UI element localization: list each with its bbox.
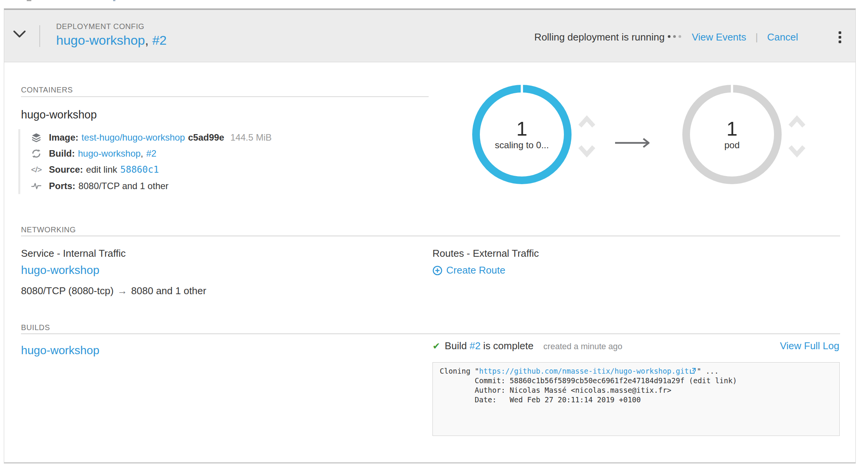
created-timestamp: created a minute ago bbox=[543, 342, 622, 352]
source-label: Source: bbox=[49, 164, 83, 175]
log-text: " ... bbox=[697, 367, 719, 375]
chevron-up-icon bbox=[578, 115, 596, 129]
build-status-row: ✔ Build #2 is complete created a minute … bbox=[432, 340, 839, 352]
build-separator: , bbox=[141, 148, 143, 159]
log-line: Cloning "https://github.com/nmasse-itix/… bbox=[440, 366, 832, 376]
chevron-down-icon bbox=[578, 144, 596, 157]
chevron-down-icon bbox=[788, 144, 806, 157]
build-row: Build: hugo-workshop, #2 bbox=[31, 147, 156, 160]
section-label-containers: CONTAINERS bbox=[21, 86, 73, 94]
rollout-status-text: Rolling deployment is running bbox=[534, 31, 665, 43]
log-url-text: https://github.com/nmasse-itix/hugo-work… bbox=[479, 367, 689, 375]
create-route-link[interactable]: Create Route bbox=[432, 264, 505, 276]
log-line: Date: Wed Feb 27 20:11:14 2019 +0100 bbox=[440, 395, 832, 405]
donut-notch bbox=[731, 84, 733, 93]
source-commit-link[interactable]: 58860c1 bbox=[120, 164, 159, 175]
deployment-config-page: DEPLOYMENT CONFIG hugo-workshop, #2 Roll… bbox=[0, 0, 868, 473]
scaling-donut: 1 scaling to 0... bbox=[472, 85, 572, 184]
create-route-label: Create Route bbox=[446, 264, 505, 276]
header-divider bbox=[39, 25, 40, 47]
image-size: 144.5 MiB bbox=[230, 132, 272, 143]
pod-donut: 1 pod bbox=[682, 85, 782, 184]
build-status-prefix: Build bbox=[445, 340, 467, 352]
ports-value: 8080/TCP and 1 other bbox=[78, 181, 168, 191]
scale-down-button[interactable] bbox=[788, 144, 806, 157]
pod-label: pod bbox=[724, 140, 740, 151]
scaling-label: scaling to 0... bbox=[495, 140, 549, 151]
kebab-menu-button[interactable] bbox=[836, 30, 844, 45]
section-label-builds: BUILDS bbox=[21, 323, 50, 332]
scale-up-button[interactable] bbox=[578, 115, 596, 129]
service-ports: 8080/TCP (8080-tcp) bbox=[21, 285, 113, 296]
view-events-link[interactable]: View Events bbox=[692, 31, 747, 43]
collapse-toggle[interactable] bbox=[13, 30, 26, 38]
log-line: Commit: 58860c1b56f5899cb50ec6961f2e4718… bbox=[440, 376, 832, 386]
build-link[interactable]: hugo-workshop bbox=[78, 148, 141, 159]
loading-dots-icon bbox=[668, 35, 681, 40]
service-link[interactable]: hugo-workshop bbox=[21, 264, 99, 277]
ports-row: Ports: 8080/TCP and 1 other bbox=[31, 180, 168, 192]
service-ports-line: 8080/TCP (8080-tcp)→8080 and 1 other bbox=[21, 285, 206, 297]
deployment-title: hugo-workshop, #2 bbox=[56, 33, 167, 48]
cancel-link[interactable]: Cancel bbox=[767, 31, 798, 43]
log-text: Cloning " bbox=[440, 367, 479, 375]
image-link[interactable]: test-hugo/hugo-workshop bbox=[81, 132, 185, 143]
service-title: Service - Internal Traffic bbox=[21, 248, 126, 259]
refresh-icon bbox=[31, 149, 42, 158]
transition-arrow-icon bbox=[614, 138, 653, 150]
build-number-link[interactable]: #2 bbox=[146, 148, 157, 159]
section-label-networking: NETWORKING bbox=[21, 225, 76, 234]
view-full-log-link[interactable]: View Full Log bbox=[780, 340, 839, 352]
container-detail-bar bbox=[18, 129, 20, 194]
containers-rule bbox=[21, 96, 429, 97]
kind-label: DEPLOYMENT CONFIG bbox=[56, 22, 144, 31]
scale-down-button[interactable] bbox=[578, 144, 596, 157]
title-separator: , bbox=[145, 33, 152, 47]
source-row: </> Source: edit link 58860c1 bbox=[31, 164, 159, 176]
log-url-link[interactable]: https://github.com/nmasse-itix/hugo-work… bbox=[479, 367, 697, 375]
chevron-down-icon bbox=[13, 30, 26, 38]
source-text: edit link bbox=[86, 164, 117, 175]
build-label: Build: bbox=[49, 148, 75, 159]
code-icon: </> bbox=[31, 165, 42, 174]
image-label: Image: bbox=[49, 132, 78, 143]
pod-count: 1 bbox=[727, 118, 738, 139]
build-config-link[interactable]: hugo-workshop bbox=[21, 344, 99, 357]
networking-rule bbox=[21, 235, 840, 236]
ports-label: Ports: bbox=[49, 181, 75, 191]
cutoff-row-fragment bbox=[113, 0, 115, 1]
chevron-up-icon bbox=[788, 115, 806, 129]
links-divider: | bbox=[755, 31, 758, 43]
image-sha: c5ad99e bbox=[188, 132, 224, 143]
build-log: Cloning "https://github.com/nmasse-itix/… bbox=[432, 362, 840, 436]
pulse-icon bbox=[31, 183, 42, 190]
header-controls: Rolling deployment is running View Event… bbox=[534, 30, 844, 45]
cutoff-row-fragment bbox=[27, 0, 31, 1]
layers-icon bbox=[31, 133, 42, 142]
scaling-count: 1 bbox=[517, 118, 528, 139]
plus-circle-icon bbox=[432, 266, 442, 275]
external-link-icon bbox=[690, 368, 696, 374]
container-name: hugo-workshop bbox=[21, 109, 97, 121]
service-targets: 8080 and 1 other bbox=[131, 285, 206, 296]
build-status-suffix: is complete bbox=[483, 340, 534, 352]
port-arrow-icon: → bbox=[117, 285, 127, 296]
scale-up-button[interactable] bbox=[788, 115, 806, 129]
builds-rule bbox=[21, 333, 840, 334]
image-row: Image: test-hugo/hugo-workshop c5ad99e 1… bbox=[31, 131, 272, 144]
donut-notch bbox=[521, 84, 523, 93]
routes-title: Routes - External Traffic bbox=[432, 248, 539, 259]
deployment-name-link[interactable]: hugo-workshop bbox=[56, 33, 145, 47]
build-number-link[interactable]: #2 bbox=[470, 340, 481, 352]
log-line: Author: Nicolas Massé <nicolas.masse@iti… bbox=[440, 386, 832, 395]
success-check-icon: ✔ bbox=[432, 341, 440, 352]
deployment-version-link[interactable]: #2 bbox=[152, 33, 167, 47]
